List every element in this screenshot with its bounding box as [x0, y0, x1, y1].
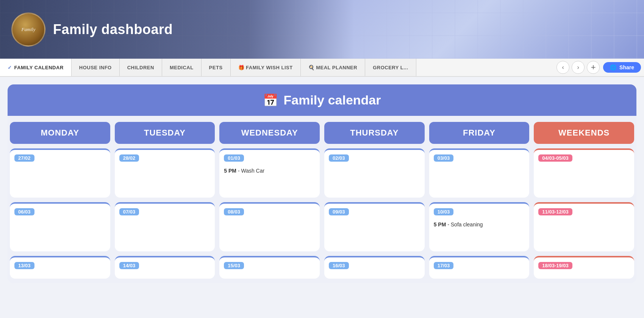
cell-10-03[interactable]: 10/03 5 PM - Sofa cleaning: [429, 202, 530, 251]
day-header-tuesday: TUESDAY: [115, 122, 215, 144]
day-header-wednesday: WEDNESDAY: [219, 122, 320, 144]
globe-icon: 🌐: [610, 64, 616, 70]
wish-list-emoji: 🎁: [238, 65, 245, 70]
tab-nav-controls: ‹ › + 🌐 Share: [552, 59, 644, 76]
cell-02-03[interactable]: 02/03: [324, 148, 425, 198]
tab-house-info[interactable]: HOUSE INFO: [72, 59, 120, 76]
calendar-icon: 📅: [263, 93, 278, 108]
check-icon: ✓: [8, 65, 12, 70]
tab-label: CHILDREN: [127, 65, 154, 70]
calendar-header: 📅 Family calendar: [8, 84, 636, 116]
day-header-monday: MONDAY: [10, 122, 110, 144]
date-badge: 02/03: [329, 154, 349, 162]
tab-label: GROCERY L...: [373, 65, 408, 70]
cell-06-03[interactable]: 06/03: [10, 202, 110, 251]
app-logo: Family: [11, 12, 45, 47]
tab-label: PETS: [209, 65, 223, 70]
date-badge: 13/03: [14, 262, 34, 269]
main-content: 📅 Family calendar MONDAY TUESDAY WEDNESD…: [0, 77, 644, 318]
week-2: 06/03 07/03 08/03 09/03 10/03 5 PM - Sof…: [10, 202, 634, 251]
cell-03-03[interactable]: 03/03: [429, 148, 530, 198]
cell-13-03[interactable]: 13/03: [10, 256, 110, 279]
cell-17-03[interactable]: 17/03: [429, 256, 530, 279]
tab-children[interactable]: CHILDREN: [120, 59, 162, 76]
date-badge: 01/03: [224, 154, 244, 162]
calendar-title: 📅 Family calendar: [8, 93, 636, 108]
date-badge: 04/03-05/03: [538, 154, 572, 162]
date-badge: 28/02: [119, 154, 139, 162]
date-badge: 10/03: [434, 208, 454, 215]
tab-next-button[interactable]: ›: [572, 61, 585, 74]
calendar-full: MONDAY TUESDAY WEDNESDAY THURSDAY FRIDAY…: [8, 122, 636, 283]
meal-planner-emoji: 🍳: [308, 65, 315, 70]
date-badge: 06/03: [14, 208, 34, 215]
tab-grocery-list[interactable]: GROCERY L...: [365, 59, 416, 76]
day-header-thursday: THURSDAY: [324, 122, 425, 144]
header: Family Family dashboard: [0, 0, 644, 59]
tab-meal-planner[interactable]: 🍳 MEAL PLANNER: [301, 59, 366, 76]
tab-add-button[interactable]: +: [587, 61, 600, 74]
day-header-friday: FRIDAY: [429, 122, 530, 144]
date-badge: 15/03: [224, 262, 244, 269]
cell-28-02[interactable]: 28/02: [115, 148, 215, 198]
date-badge: 11/03-12/03: [538, 208, 572, 215]
cell-07-03[interactable]: 07/03: [115, 202, 215, 251]
day-headers: MONDAY TUESDAY WEDNESDAY THURSDAY FRIDAY…: [10, 122, 634, 144]
tab-family-wish-list[interactable]: 🎁 FAMILY WISH LIST: [231, 59, 301, 76]
share-label: Share: [619, 64, 634, 70]
tab-family-calendar[interactable]: ✓ FAMILY CALENDAR: [0, 59, 72, 77]
cell-16-03[interactable]: 16/03: [324, 256, 425, 279]
cell-01-03[interactable]: 01/03 5 PM - Wash Car: [219, 148, 320, 198]
date-badge: 08/03: [224, 208, 244, 215]
tab-bar: ✓ FAMILY CALENDAR HOUSE INFO CHILDREN ME…: [0, 59, 644, 77]
tab-medical[interactable]: MEDICAL: [162, 59, 202, 76]
date-badge: 16/03: [329, 262, 349, 269]
week-3: 13/03 14/03 15/03 16/03 17/03 18/03-19/0…: [10, 256, 634, 279]
cell-09-03[interactable]: 09/03: [324, 202, 425, 251]
cell-11-12-03[interactable]: 11/03-12/03: [534, 202, 634, 251]
cell-27-02[interactable]: 27/02: [10, 148, 110, 198]
header-content: Family Family dashboard: [0, 5, 184, 54]
page-title: Family dashboard: [53, 22, 173, 37]
date-badge: 07/03: [119, 208, 139, 215]
date-badge: 17/03: [434, 262, 454, 269]
date-badge: 27/02: [14, 154, 34, 162]
tab-label: FAMILY CALENDAR: [14, 65, 64, 70]
date-badge: 14/03: [119, 262, 139, 269]
cell-04-05-03[interactable]: 04/03-05/03: [534, 148, 634, 198]
tab-label: MEDICAL: [170, 65, 194, 70]
cell-14-03[interactable]: 14/03: [115, 256, 215, 279]
calendar-wrapper: 📅 Family calendar MONDAY TUESDAY WEDNESD…: [8, 84, 636, 283]
tab-pets[interactable]: PETS: [202, 59, 231, 76]
date-badge: 03/03: [434, 154, 454, 162]
date-badge: 18/03-19/03: [538, 262, 572, 269]
cell-18-19-03[interactable]: 18/03-19/03: [534, 256, 634, 279]
tab-prev-button[interactable]: ‹: [556, 61, 569, 74]
calendar-title-text: Family calendar: [283, 93, 381, 108]
logo-text: Family: [22, 26, 36, 33]
event-text: 5 PM - Wash Car: [224, 167, 315, 175]
share-button[interactable]: 🌐 Share: [603, 62, 641, 73]
week-1: 27/02 28/02 01/03 5 PM - Wash Car 02/03 …: [10, 148, 634, 198]
date-badge: 09/03: [329, 208, 349, 215]
tab-label: MEAL PLANNER: [316, 65, 357, 70]
tab-label: FAMILY WISH LIST: [246, 65, 293, 70]
cell-15-03[interactable]: 15/03: [219, 256, 320, 279]
tab-label: HOUSE INFO: [79, 65, 112, 70]
day-header-weekends: WEEKENDS: [534, 122, 634, 144]
cell-08-03[interactable]: 08/03: [219, 202, 320, 251]
event-text: 5 PM - Sofa cleaning: [434, 221, 525, 229]
